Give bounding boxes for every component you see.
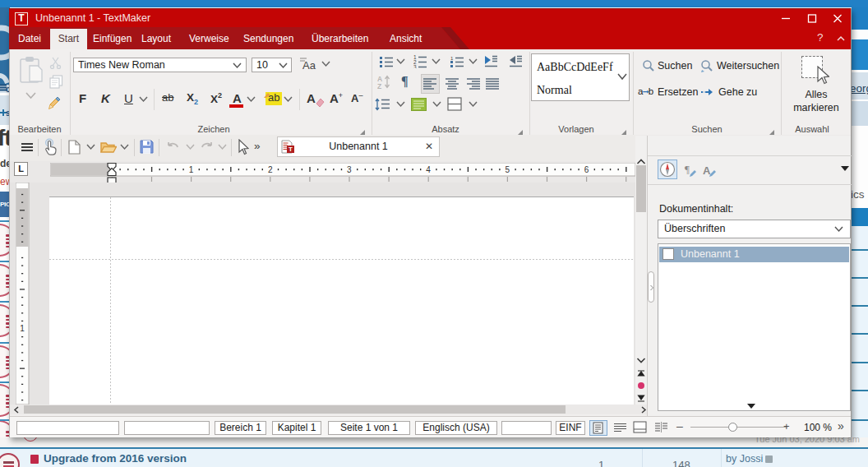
svg-text:1: 1 <box>189 165 194 174</box>
svg-text:Aa: Aa <box>302 59 316 71</box>
svg-text:Z: Z <box>377 82 381 90</box>
svg-text:¶: ¶ <box>685 163 690 175</box>
svg-text:3: 3 <box>347 165 352 174</box>
svg-text:A: A <box>703 164 711 177</box>
svg-text:1: 1 <box>450 56 454 61</box>
svg-text:4: 4 <box>426 165 431 174</box>
svg-text:1: 1 <box>20 324 25 333</box>
svg-text:3: 3 <box>413 64 417 68</box>
svg-text:6: 6 <box>584 165 589 174</box>
svg-text:5: 5 <box>506 165 510 174</box>
svg-text:2: 2 <box>268 165 273 174</box>
